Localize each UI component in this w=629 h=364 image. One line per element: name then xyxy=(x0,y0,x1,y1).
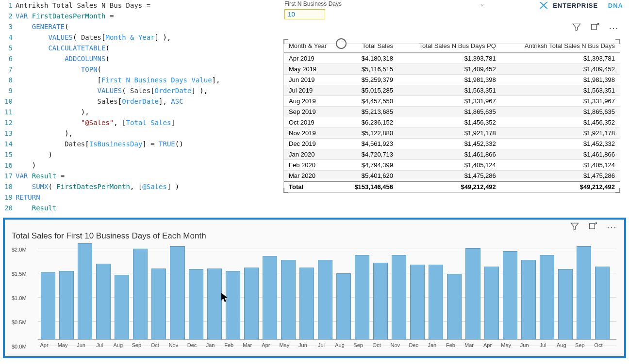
chart-plot-area: AprMayJunJulAugSepOctNovDecJanFebMarAprM… xyxy=(10,243,619,355)
dax-editor[interactable]: 1Antriksh Total Sales N Bus Days =2VAR F… xyxy=(0,0,281,216)
column-header[interactable]: Antriksh Total Sales N Bus Days xyxy=(501,39,620,53)
x-tick-label: Aug xyxy=(111,342,125,348)
x-tick-label: May xyxy=(277,342,292,348)
x-tick-label: Sep xyxy=(351,342,365,348)
x-tick-label: Jul xyxy=(536,342,550,348)
slicer-label: First N Business Days xyxy=(284,0,342,7)
x-tick-label: Sep xyxy=(573,342,587,348)
bar[interactable] xyxy=(170,246,184,339)
column-header[interactable]: Total Sales N Bus Days PQ xyxy=(398,39,501,53)
bar[interactable] xyxy=(336,273,351,339)
table-row[interactable]: Jul 2019$5,015,285$1,563,351$1,563,351 xyxy=(284,85,620,96)
y-tick-label: $1.0M xyxy=(12,295,27,301)
bar[interactable] xyxy=(151,269,166,339)
x-tick-label: Aug xyxy=(554,342,569,348)
x-tick-label: Jun xyxy=(74,342,88,348)
bar[interactable] xyxy=(78,243,92,339)
bar[interactable] xyxy=(521,260,536,339)
x-tick-label: May xyxy=(499,342,513,348)
bar[interactable] xyxy=(299,268,314,339)
bar[interactable] xyxy=(189,269,203,339)
bar-chart-visual[interactable]: ⋯ Total Sales for First 10 Business Days… xyxy=(3,218,626,358)
table-visual-header: ⋯ xyxy=(281,21,619,34)
bar[interactable] xyxy=(355,255,369,339)
bar[interactable] xyxy=(373,263,388,339)
x-tick-label: Jun xyxy=(517,342,532,348)
bar[interactable] xyxy=(226,271,240,339)
table-row[interactable]: Feb 2020$4,794,399$1,405,124$1,405,124 xyxy=(284,160,620,171)
svg-rect-1 xyxy=(590,223,595,229)
bar[interactable] xyxy=(41,272,55,339)
bar[interactable] xyxy=(207,269,222,339)
bar[interactable] xyxy=(263,256,277,339)
x-tick-label: Oct xyxy=(591,342,606,348)
bar[interactable] xyxy=(133,249,148,339)
x-tick-label: Mar xyxy=(240,342,255,348)
y-tick-label: $2.0M xyxy=(12,247,27,253)
y-tick-label: $0.5M xyxy=(12,319,27,325)
x-tick-label: Nov xyxy=(166,342,181,348)
chart-more-icon[interactable]: ⋯ xyxy=(607,222,617,233)
x-tick-label: Apr xyxy=(259,342,273,348)
y-tick-label: $1.5M xyxy=(12,271,27,277)
filter-icon[interactable] xyxy=(572,22,581,34)
bar[interactable] xyxy=(318,260,332,339)
bar[interactable] xyxy=(244,268,259,339)
column-header[interactable]: Month & Year xyxy=(284,39,341,53)
brand-logo: ENTERPRISE DNA xyxy=(538,1,623,10)
chart-focus-icon[interactable] xyxy=(588,222,598,233)
table-row[interactable]: May 2019$5,116,515$1,409,452$1,409,452 xyxy=(284,64,620,75)
focus-mode-icon[interactable] xyxy=(590,22,600,34)
x-tick-label: Feb xyxy=(443,342,458,348)
x-tick-label: Aug xyxy=(332,342,347,348)
x-tick-label: Jan xyxy=(203,342,218,348)
chart-title: Total Sales for First 10 Business Days o… xyxy=(12,231,206,241)
x-tick-label: Jul xyxy=(92,342,107,348)
table-row[interactable]: Mar 2020$5,401,620$1,475,286$1,475,286 xyxy=(284,171,620,182)
bar[interactable] xyxy=(410,265,425,339)
table-row[interactable]: Apr 2019$4,180,318$1,393,781$1,393,781 xyxy=(284,53,620,64)
table-row[interactable]: Jun 2019$5,259,379$1,981,398$1,981,398 xyxy=(284,75,620,85)
x-tick-label: Jan xyxy=(425,342,439,348)
slicer-input[interactable] xyxy=(284,9,325,19)
bar[interactable] xyxy=(484,267,499,339)
x-tick-label: Dec xyxy=(185,342,199,348)
table-row[interactable]: Jan 2020$4,720,713$1,461,866$1,461,866 xyxy=(284,149,620,160)
x-tick-label: Apr xyxy=(37,342,51,348)
x-tick-label: Dec xyxy=(406,342,421,348)
table-row[interactable]: Oct 2019$6,236,152$1,456,352$1,456,352 xyxy=(284,117,620,128)
bar[interactable] xyxy=(558,269,573,339)
x-tick-label: Nov xyxy=(388,342,402,348)
bar[interactable] xyxy=(392,255,406,339)
data-table[interactable]: Month & YearTotal SalesTotal Sales N Bus… xyxy=(283,39,620,193)
slicer-dropdown-icon[interactable]: ⌄ xyxy=(480,0,485,7)
bar[interactable] xyxy=(429,265,443,339)
x-tick-label: Jul xyxy=(314,342,329,348)
table-row[interactable]: Aug 2019$4,457,550$1,331,967$1,331,967 xyxy=(284,96,620,107)
x-tick-label: Apr xyxy=(480,342,495,348)
y-tick-label: $0.0M xyxy=(12,344,27,349)
table-row[interactable]: Dec 2019$4,561,923$1,452,332$1,452,332 xyxy=(284,139,620,149)
bar[interactable] xyxy=(540,255,554,339)
x-tick-label: Jun xyxy=(296,342,310,348)
bar[interactable] xyxy=(447,274,462,339)
x-tick-label: May xyxy=(55,342,70,348)
x-tick-label: Oct xyxy=(369,342,384,348)
bar[interactable] xyxy=(595,267,610,339)
x-tick-label: Sep xyxy=(129,342,144,348)
column-header[interactable]: Total Sales xyxy=(341,39,398,53)
svg-rect-0 xyxy=(592,24,597,30)
bar[interactable] xyxy=(59,271,74,339)
x-tick-label: Mar xyxy=(462,342,476,348)
bar[interactable] xyxy=(96,264,111,339)
bar[interactable] xyxy=(503,251,517,339)
more-options-icon[interactable]: ⋯ xyxy=(609,22,619,34)
bar[interactable] xyxy=(281,260,296,339)
bar[interactable] xyxy=(115,275,129,339)
chart-filter-icon[interactable] xyxy=(570,222,579,233)
table-row[interactable]: Nov 2019$5,122,880$1,921,178$1,921,178 xyxy=(284,128,620,139)
x-tick-label: Feb xyxy=(222,342,236,348)
bar[interactable] xyxy=(577,246,591,339)
table-row[interactable]: Sep 2019$5,213,685$1,865,635$1,865,635 xyxy=(284,107,620,117)
bar[interactable] xyxy=(465,248,480,339)
